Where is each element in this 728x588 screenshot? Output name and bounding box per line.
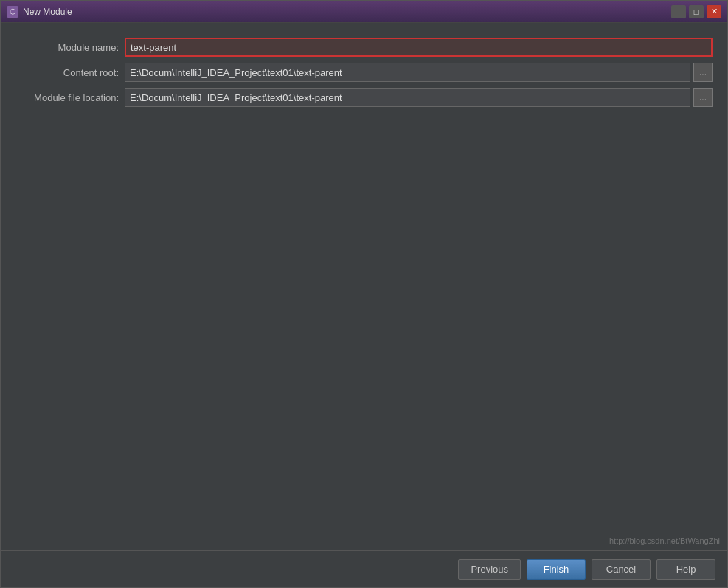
content-root-browse-button[interactable]: ... [693,63,713,82]
watermark: http://blog.csdn.net/BtWangZhi [609,536,720,547]
finish-button[interactable]: Finish [527,559,586,580]
minimize-button[interactable]: — [671,5,686,18]
close-button[interactable]: ✕ [707,5,721,18]
module-file-location-input[interactable] [125,88,690,107]
module-file-location-label-text: Module file location: [34,92,119,103]
cancel-button[interactable]: Cancel [592,559,651,580]
form-area: Module name: Content root: ... M [15,38,713,107]
help-button[interactable]: Help [656,559,715,580]
content-root-input-wrapper: ... [125,63,713,82]
title-bar-text: New Module [23,7,671,17]
module-name-row: Module name: [15,38,713,57]
module-name-label-text: Module name: [58,42,119,53]
module-name-label: Module name: [15,42,119,53]
title-bar-controls: — □ ✕ [671,5,721,18]
content-root-input[interactable] [125,63,690,82]
app-icon-symbol: ⬡ [10,7,16,15]
app-icon: ⬡ [7,6,18,18]
content-root-row: Content root: ... [15,63,713,82]
dialog-window: ⬡ New Module — □ ✕ Module name: Co [0,0,728,588]
module-file-location-label: Module file location: [15,92,119,103]
module-name-input[interactable] [125,38,713,57]
module-file-location-browse-button[interactable]: ... [693,88,713,107]
module-file-location-row: Module file location: ... [15,88,713,107]
dialog-content: Module name: Content root: ... M [1,23,727,550]
module-file-location-input-wrapper: ... [125,88,713,107]
module-name-input-wrapper [125,38,713,57]
content-root-label: Content root: [15,67,119,78]
bottom-bar: Previous Finish Cancel Help [1,550,727,587]
title-bar: ⬡ New Module — □ ✕ [1,1,727,23]
watermark-text: http://blog.csdn.net/BtWangZhi [609,536,720,545]
content-root-label-text: Content root: [63,67,119,78]
previous-button[interactable]: Previous [458,559,521,580]
maximize-button[interactable]: □ [689,5,704,18]
